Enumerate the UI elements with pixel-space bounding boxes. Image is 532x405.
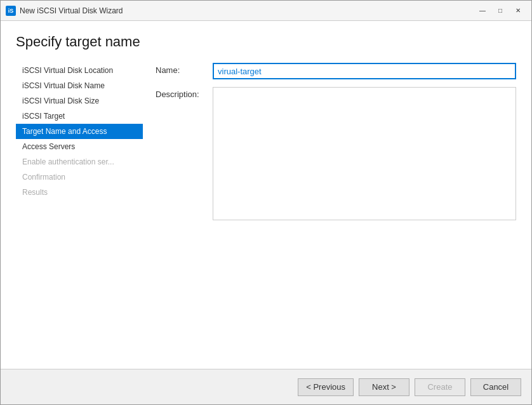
wizard-content: Specify target name iSCSI Virtual Disk L… [1, 21, 531, 369]
form-area: Name: Description: [143, 63, 516, 359]
next-button[interactable]: Next > [359, 378, 409, 396]
maximize-button[interactable]: □ [492, 4, 509, 17]
sidebar-item-access-servers[interactable]: Access Servers [16, 139, 143, 154]
description-label: Description: [156, 87, 213, 99]
name-label: Name: [156, 63, 213, 75]
sidebar-item-iscsi-virtual-disk-name[interactable]: iSCSI Virtual Disk Name [16, 78, 143, 93]
main-area: iSCSI Virtual Disk Location iSCSI Virtua… [16, 63, 516, 359]
sidebar-item-target-name-and-access[interactable]: Target Name and Access [16, 124, 143, 139]
description-field-container [213, 87, 516, 222]
sidebar-item-iscsi-virtual-disk-size[interactable]: iSCSI Virtual Disk Size [16, 93, 143, 109]
sidebar: iSCSI Virtual Disk Location iSCSI Virtua… [16, 63, 143, 359]
wizard-footer: < Previous Next > Create Cancel [1, 369, 531, 404]
description-row: Description: [156, 87, 516, 222]
cancel-button[interactable]: Cancel [470, 378, 521, 396]
minimize-button[interactable]: — [474, 4, 491, 17]
sidebar-item-confirmation: Confirmation [16, 169, 143, 185]
sidebar-item-iscsi-target[interactable]: iSCSI Target [16, 109, 143, 124]
create-button[interactable]: Create [415, 378, 465, 396]
window-controls: — □ ✕ [474, 4, 526, 17]
name-input[interactable] [213, 63, 516, 79]
sidebar-item-results: Results [16, 185, 143, 200]
previous-button[interactable]: < Previous [298, 378, 354, 396]
name-field-container [213, 63, 516, 79]
name-row: Name: [156, 63, 516, 79]
description-textarea[interactable] [213, 87, 516, 220]
title-bar: iS New iSCSI Virtual Disk Wizard — □ ✕ [1, 1, 531, 21]
page-title: Specify target name [16, 34, 516, 50]
window-icon: iS [6, 6, 16, 16]
wizard-window: iS New iSCSI Virtual Disk Wizard — □ ✕ S… [0, 0, 532, 405]
close-button[interactable]: ✕ [510, 4, 526, 17]
sidebar-item-iscsi-virtual-disk-location[interactable]: iSCSI Virtual Disk Location [16, 63, 143, 78]
window-title: New iSCSI Virtual Disk Wizard [20, 6, 474, 15]
sidebar-item-enable-authentication: Enable authentication ser... [16, 154, 143, 169]
